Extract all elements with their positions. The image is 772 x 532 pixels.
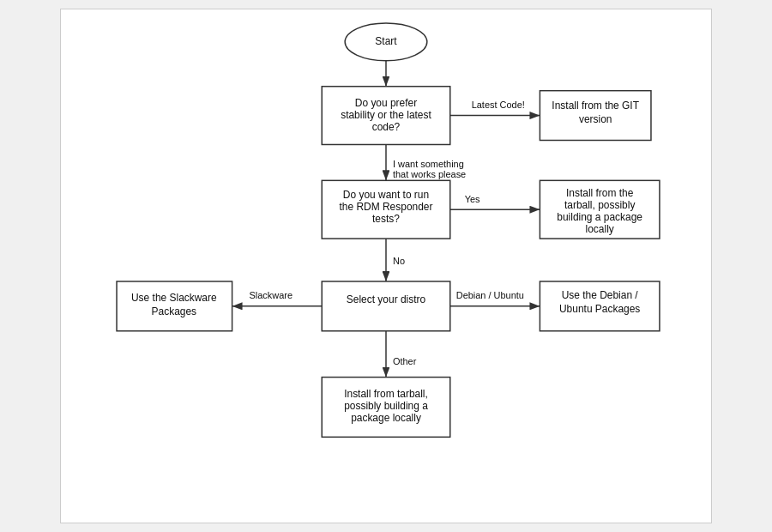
flowchart-diagram: Start Do you prefer stability or the lat… [60, 9, 712, 523]
tarball-other-label2: possibly building a [344, 400, 428, 412]
tarball-yes-label1: Install from the [566, 187, 634, 199]
git-label2: version [579, 113, 612, 125]
debian-label: Debian / Ubuntu [456, 290, 524, 300]
q1-label2: stability or the latest [341, 109, 431, 121]
start-label: Start [375, 35, 397, 47]
no-label: No [393, 256, 405, 266]
stable-label2: that works please [393, 169, 466, 179]
other-label: Other [393, 356, 417, 366]
q2-label3: tests? [372, 213, 400, 225]
debian-pkg-label2: Ubuntu Packages [559, 303, 640, 315]
debian-pkg-label1: Use the Debian / [562, 289, 639, 301]
tarball-yes-label3: building a package [557, 211, 642, 223]
tarball-other-label1: Install from tarball, [344, 388, 428, 400]
stable-label1: I want something [393, 159, 464, 169]
q1-label: Do you prefer [355, 97, 417, 109]
select-distro-label1: Select your distro [347, 293, 426, 305]
slackware-pkg-label1: Use the Slackware [131, 292, 217, 304]
select-distro-node [322, 281, 450, 331]
latest-label: Latest Code! [472, 100, 525, 110]
slackware-label: Slackware [250, 290, 293, 300]
slackware-pkg-label2: Packages [152, 305, 197, 317]
tarball-yes-label2: tarball, possibly [564, 199, 635, 211]
tarball-yes-label4: locally [586, 223, 614, 235]
tarball-other-label3: package locally [351, 412, 421, 424]
q1-label3: code? [372, 121, 401, 133]
yes-label: Yes [465, 194, 480, 204]
git-label1: Install from the GIT [552, 100, 639, 112]
q2-label1: Do you want to run [343, 189, 429, 201]
q2-label2: the RDM Responder [340, 201, 433, 213]
